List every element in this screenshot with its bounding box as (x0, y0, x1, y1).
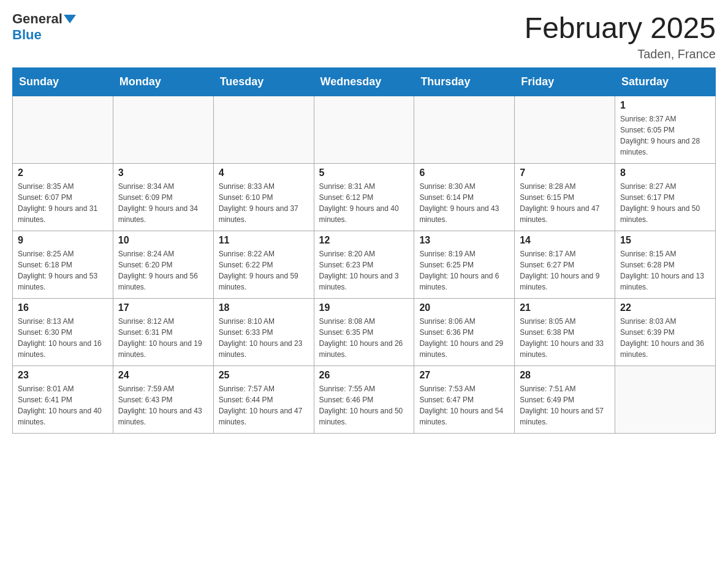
calendar-cell: 21Sunrise: 8:05 AMSunset: 6:38 PMDayligh… (515, 298, 615, 366)
day-header-friday: Friday (515, 67, 615, 96)
day-info: Sunrise: 8:22 AMSunset: 6:22 PMDaylight:… (219, 248, 309, 293)
day-number: 3 (118, 167, 208, 178)
day-header-wednesday: Wednesday (314, 67, 414, 96)
day-info: Sunrise: 8:01 AMSunset: 6:41 PMDaylight:… (18, 383, 108, 427)
logo: General Blue (12, 12, 76, 43)
day-number: 5 (319, 167, 409, 178)
day-number: 9 (18, 235, 108, 246)
calendar-cell: 20Sunrise: 8:06 AMSunset: 6:36 PMDayligh… (414, 298, 515, 366)
title-area: February 2025 Taden, France (525, 12, 716, 61)
calendar-cell: 3Sunrise: 8:34 AMSunset: 6:09 PMDaylight… (113, 163, 213, 231)
calendar-cell (113, 96, 213, 163)
calendar-cell: 17Sunrise: 8:12 AMSunset: 6:31 PMDayligh… (113, 298, 213, 366)
calendar-cell: 24Sunrise: 7:59 AMSunset: 6:43 PMDayligh… (113, 366, 213, 433)
day-info: Sunrise: 8:25 AMSunset: 6:18 PMDaylight:… (18, 248, 108, 293)
day-number: 18 (219, 302, 309, 313)
week-row-5: 23Sunrise: 8:01 AMSunset: 6:41 PMDayligh… (13, 366, 716, 433)
calendar-cell: 2Sunrise: 8:35 AMSunset: 6:07 PMDaylight… (13, 163, 113, 231)
calendar-cell: 7Sunrise: 8:28 AMSunset: 6:15 PMDaylight… (515, 163, 615, 231)
calendar-cell (314, 96, 414, 163)
day-info: Sunrise: 8:12 AMSunset: 6:31 PMDaylight:… (118, 316, 208, 360)
calendar-cell: 14Sunrise: 8:17 AMSunset: 6:27 PMDayligh… (515, 231, 615, 298)
day-header-sunday: Sunday (13, 67, 113, 96)
page-title: February 2025 (525, 12, 716, 45)
calendar-cell: 4Sunrise: 8:33 AMSunset: 6:10 PMDaylight… (213, 163, 314, 231)
day-number: 19 (319, 302, 409, 313)
day-info: Sunrise: 8:24 AMSunset: 6:20 PMDaylight:… (118, 248, 208, 293)
calendar-cell: 18Sunrise: 8:10 AMSunset: 6:33 PMDayligh… (213, 298, 314, 366)
day-number: 25 (219, 370, 309, 381)
day-info: Sunrise: 8:10 AMSunset: 6:33 PMDaylight:… (219, 316, 309, 360)
day-number: 27 (419, 370, 509, 381)
day-info: Sunrise: 8:08 AMSunset: 6:35 PMDaylight:… (319, 316, 409, 360)
logo-triangle-icon (64, 15, 76, 23)
calendar-cell: 11Sunrise: 8:22 AMSunset: 6:22 PMDayligh… (213, 231, 314, 298)
calendar-table: SundayMondayTuesdayWednesdayThursdayFrid… (12, 67, 716, 434)
calendar-cell: 1Sunrise: 8:37 AMSunset: 6:05 PMDaylight… (615, 96, 716, 163)
day-number: 26 (319, 370, 409, 381)
calendar-cell: 16Sunrise: 8:13 AMSunset: 6:30 PMDayligh… (13, 298, 113, 366)
calendar-cell (615, 366, 716, 433)
logo-blue-text: Blue (12, 27, 42, 43)
calendar-cell: 23Sunrise: 8:01 AMSunset: 6:41 PMDayligh… (13, 366, 113, 433)
day-info: Sunrise: 8:06 AMSunset: 6:36 PMDaylight:… (419, 316, 509, 360)
calendar-cell: 10Sunrise: 8:24 AMSunset: 6:20 PMDayligh… (113, 231, 213, 298)
day-info: Sunrise: 7:59 AMSunset: 6:43 PMDaylight:… (118, 383, 208, 427)
day-info: Sunrise: 8:03 AMSunset: 6:39 PMDaylight:… (620, 316, 710, 360)
day-info: Sunrise: 8:19 AMSunset: 6:25 PMDaylight:… (419, 248, 509, 293)
calendar-header-row: SundayMondayTuesdayWednesdayThursdayFrid… (13, 67, 716, 96)
calendar-cell: 27Sunrise: 7:53 AMSunset: 6:47 PMDayligh… (414, 366, 515, 433)
page-header: General Blue February 2025 Taden, France (12, 12, 716, 61)
day-info: Sunrise: 7:53 AMSunset: 6:47 PMDaylight:… (419, 383, 509, 427)
calendar-cell: 9Sunrise: 8:25 AMSunset: 6:18 PMDaylight… (13, 231, 113, 298)
week-row-1: 1Sunrise: 8:37 AMSunset: 6:05 PMDaylight… (13, 96, 716, 163)
day-info: Sunrise: 8:31 AMSunset: 6:12 PMDaylight:… (319, 181, 409, 225)
day-number: 12 (319, 235, 409, 246)
day-info: Sunrise: 8:33 AMSunset: 6:10 PMDaylight:… (219, 181, 309, 225)
day-header-saturday: Saturday (615, 67, 716, 96)
day-number: 14 (520, 235, 610, 246)
calendar-cell: 25Sunrise: 7:57 AMSunset: 6:44 PMDayligh… (213, 366, 314, 433)
day-info: Sunrise: 8:35 AMSunset: 6:07 PMDaylight:… (18, 181, 108, 225)
day-info: Sunrise: 8:05 AMSunset: 6:38 PMDaylight:… (520, 316, 610, 360)
calendar-cell: 19Sunrise: 8:08 AMSunset: 6:35 PMDayligh… (314, 298, 414, 366)
week-row-4: 16Sunrise: 8:13 AMSunset: 6:30 PMDayligh… (13, 298, 716, 366)
day-info: Sunrise: 7:51 AMSunset: 6:49 PMDaylight:… (520, 383, 610, 427)
day-number: 16 (18, 302, 108, 313)
day-info: Sunrise: 7:57 AMSunset: 6:44 PMDaylight:… (219, 383, 309, 427)
day-number: 8 (620, 167, 710, 178)
day-info: Sunrise: 8:17 AMSunset: 6:27 PMDaylight:… (520, 248, 610, 293)
calendar-cell: 28Sunrise: 7:51 AMSunset: 6:49 PMDayligh… (515, 366, 615, 433)
day-info: Sunrise: 8:34 AMSunset: 6:09 PMDaylight:… (118, 181, 208, 225)
day-number: 1 (620, 100, 710, 111)
day-number: 28 (520, 370, 610, 381)
day-number: 6 (419, 167, 509, 178)
day-number: 23 (18, 370, 108, 381)
day-number: 20 (419, 302, 509, 313)
day-number: 17 (118, 302, 208, 313)
day-info: Sunrise: 8:15 AMSunset: 6:28 PMDaylight:… (620, 248, 710, 293)
day-number: 4 (219, 167, 309, 178)
day-info: Sunrise: 8:27 AMSunset: 6:17 PMDaylight:… (620, 181, 710, 225)
day-number: 11 (219, 235, 309, 246)
day-header-monday: Monday (113, 67, 213, 96)
calendar-cell: 12Sunrise: 8:20 AMSunset: 6:23 PMDayligh… (314, 231, 414, 298)
week-row-2: 2Sunrise: 8:35 AMSunset: 6:07 PMDaylight… (13, 163, 716, 231)
calendar-cell (414, 96, 515, 163)
calendar-cell (213, 96, 314, 163)
day-number: 24 (118, 370, 208, 381)
logo-main-text: General (12, 12, 63, 26)
day-header-tuesday: Tuesday (213, 67, 314, 96)
day-number: 13 (419, 235, 509, 246)
calendar-cell: 26Sunrise: 7:55 AMSunset: 6:46 PMDayligh… (314, 366, 414, 433)
day-number: 21 (520, 302, 610, 313)
calendar-cell: 13Sunrise: 8:19 AMSunset: 6:25 PMDayligh… (414, 231, 515, 298)
week-row-3: 9Sunrise: 8:25 AMSunset: 6:18 PMDaylight… (13, 231, 716, 298)
day-number: 10 (118, 235, 208, 246)
day-number: 7 (520, 167, 610, 178)
location-subtitle: Taden, France (525, 47, 716, 61)
day-number: 2 (18, 167, 108, 178)
day-info: Sunrise: 8:30 AMSunset: 6:14 PMDaylight:… (419, 181, 509, 225)
day-header-thursday: Thursday (414, 67, 515, 96)
calendar-cell: 8Sunrise: 8:27 AMSunset: 6:17 PMDaylight… (615, 163, 716, 231)
